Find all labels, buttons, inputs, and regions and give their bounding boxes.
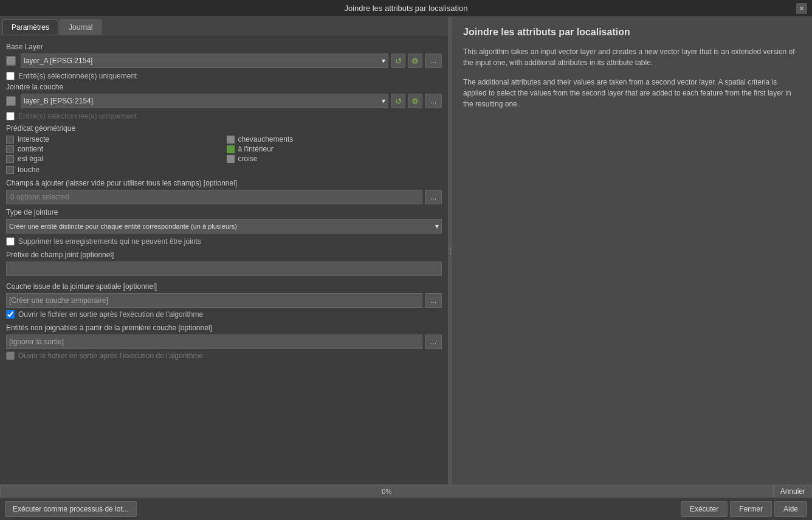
join-type-combo[interactable]: Créer une entité distincte pour chaque e…	[6, 219, 442, 234]
dialog-body: Paramètres Journal Base Layer layer_A [E…	[0, 17, 812, 484]
progress-bar: 0%	[0, 485, 774, 497]
join-type-label: Type de jointure	[6, 208, 442, 217]
join-layer-row: layer_B [EPSG:2154] ▾ ↺ ⚙ …	[6, 94, 442, 108]
predicate-section: intersecte chevauchements contient	[6, 135, 442, 174]
join-layer-selected-only-row: Entité(s) sélectionnée(s) uniquement	[6, 112, 442, 120]
base-layer-selected-only-row: Entité(s) sélectionnée(s) uniquement	[6, 72, 442, 80]
layer-a-icon	[6, 56, 16, 66]
progress-label: 0%	[382, 488, 391, 495]
join-layer-label: Joindre la couche	[6, 83, 442, 91]
left-panel: Paramètres Journal Base Layer layer_A [E…	[0, 17, 449, 484]
output-dots-btn[interactable]: …	[425, 293, 442, 308]
join-layer-selected-label: Entité(s) sélectionnée(s) uniquement	[18, 112, 137, 120]
svg-rect-1	[7, 97, 15, 105]
close-button[interactable]: ×	[796, 3, 807, 14]
fields-row: 0 options selected …	[6, 190, 442, 204]
pred-croise-label: croise	[238, 154, 258, 163]
pred-touche: touche	[6, 165, 442, 174]
output-label: Couche issue de la jointure spatiale [op…	[6, 282, 442, 291]
dialog-wrapper: Joindre les attributs par localisation ×…	[0, 0, 812, 520]
join-layer-dots-btn[interactable]: …	[425, 94, 442, 108]
pred-est-egal-label: est égal	[18, 154, 43, 163]
pred-intersecte-label: intersecte	[18, 135, 49, 144]
pred-a-interieur: à l'intérieur	[227, 145, 442, 153]
pred-croise: croise	[227, 154, 442, 163]
tab-params[interactable]: Paramètres	[2, 19, 58, 35]
dialog-title: Joindre les attributs par localisation	[344, 4, 467, 13]
help-paragraph1: This algorithm takes an input vector lay…	[463, 46, 801, 68]
non-joinable-dots-btn[interactable]: …	[425, 335, 442, 349]
cancel-button[interactable]: Annuler	[774, 485, 812, 497]
suppress-unmatched-label: Supprimer les enregistrements qui ne peu…	[18, 237, 201, 246]
base-layer-refresh-btn[interactable]: ↺	[391, 54, 405, 68]
prefix-label: Préfixe de champ joint [optionnel]	[6, 251, 442, 259]
pred-a-interieur-label: à l'intérieur	[238, 145, 274, 153]
pred-est-egal: est égal	[6, 154, 222, 163]
predicate-grid: intersecte chevauchements contient	[6, 135, 442, 163]
bottom-bar: 0% Annuler Exécuter comme processus de l…	[0, 484, 812, 520]
join-layer-settings-btn[interactable]: ⚙	[408, 94, 422, 108]
run-button[interactable]: Exécuter	[681, 501, 728, 517]
help-paragraph2: The additional attributes and their valu…	[463, 77, 801, 109]
output-open-row: Ouvrir le fichier en sortie après l'exéc…	[6, 310, 442, 319]
pred-touche-checkbox[interactable]	[6, 166, 14, 174]
non-joinable-open-row: Ouvrir le fichier en sortie après l'exéc…	[6, 352, 442, 360]
base-layer-selected-checkbox[interactable]	[6, 72, 15, 80]
join-layer-refresh-btn[interactable]: ↺	[391, 94, 405, 108]
base-layer-dots-btn[interactable]: …	[425, 54, 442, 68]
close-dialog-button[interactable]: Fermer	[730, 501, 772, 517]
right-panel: Joindre les attributs par localisation T…	[452, 17, 812, 484]
batch-process-button[interactable]: Exécuter comme processus de lot...	[5, 501, 137, 517]
output-row: [Créer une couche temporaire] …	[6, 293, 442, 308]
pred-intersecte-checkbox[interactable]	[6, 136, 14, 144]
output-open-checkbox[interactable]	[6, 310, 15, 319]
join-layer-selected-checkbox[interactable]	[6, 112, 15, 120]
prefix-input[interactable]	[6, 262, 442, 276]
predicate-label: Prédicat géométrique	[6, 124, 442, 133]
help-button[interactable]: Aide	[774, 501, 807, 517]
base-layer-label: Base Layer	[6, 43, 442, 51]
pred-chevauchements-label: chevauchements	[238, 135, 294, 144]
tab-journal[interactable]: Journal	[60, 19, 102, 35]
non-joinable-open-checkbox[interactable]	[6, 352, 15, 360]
params-content: Base Layer layer_A [EPSG:2154] ▾ ↺ ⚙ …	[0, 35, 448, 484]
pred-touche-label: touche	[18, 165, 40, 174]
base-layer-settings-btn[interactable]: ⚙	[408, 54, 422, 68]
pred-a-interieur-checkbox[interactable]	[227, 145, 235, 153]
join-type-row: Créer une entité distincte pour chaque e…	[6, 219, 442, 234]
output-input[interactable]: [Créer une couche temporaire]	[6, 293, 422, 308]
base-layer-row: layer_A [EPSG:2154] ▾ ↺ ⚙ …	[6, 54, 442, 68]
non-joinable-input[interactable]: [Ignorer la sortie]	[6, 335, 422, 349]
suppress-unmatched-checkbox[interactable]	[6, 237, 15, 246]
help-title: Joindre les attributs par localisation	[463, 27, 801, 38]
fields-label: Champs à ajouter (laisser vide pour util…	[6, 179, 442, 187]
non-joinable-label: Entités non joignables à partir de la pr…	[6, 324, 442, 332]
pred-intersecte: intersecte	[6, 135, 222, 144]
base-layer-selected-label: Entité(s) sélectionnée(s) uniquement	[18, 72, 137, 80]
base-layer-combo[interactable]: layer_A [EPSG:2154] ▾	[21, 54, 388, 68]
action-row: Exécuter comme processus de lot... Exécu…	[0, 498, 812, 520]
non-joinable-row: [Ignorer la sortie] …	[6, 335, 442, 349]
fields-select[interactable]: 0 options selected	[6, 190, 422, 204]
non-joinable-open-label: Ouvrir le fichier en sortie après l'exéc…	[18, 352, 203, 360]
pred-chevauchements: chevauchements	[227, 135, 442, 144]
title-bar: Joindre les attributs par localisation ×	[0, 0, 812, 17]
pred-croise-checkbox[interactable]	[227, 155, 235, 163]
tabs-bar: Paramètres Journal	[0, 17, 448, 35]
pred-contient-label: contient	[18, 145, 43, 153]
pred-contient: contient	[6, 145, 222, 153]
layer-b-icon	[6, 96, 16, 106]
output-open-label: Ouvrir le fichier en sortie après l'exéc…	[18, 310, 203, 319]
pred-chevauchements-checkbox[interactable]	[227, 136, 235, 144]
fields-dots-btn[interactable]: …	[425, 190, 442, 204]
svg-rect-0	[7, 57, 15, 64]
join-layer-combo[interactable]: layer_B [EPSG:2154] ▾	[21, 94, 388, 108]
suppress-unmatched-row: Supprimer les enregistrements qui ne peu…	[6, 237, 442, 246]
pred-contient-checkbox[interactable]	[6, 145, 14, 153]
progress-row: 0% Annuler	[0, 485, 812, 498]
pred-est-egal-checkbox[interactable]	[6, 155, 14, 163]
